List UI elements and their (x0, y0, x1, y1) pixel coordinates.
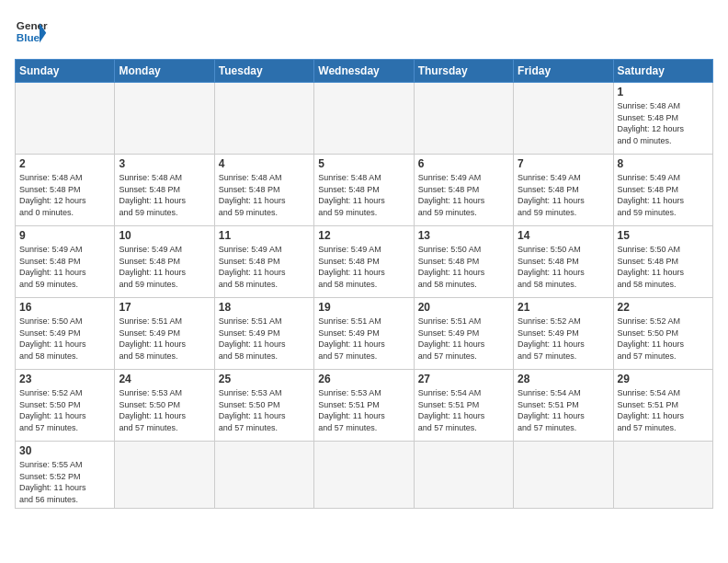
day-of-week-header: Sunday (16, 60, 115, 83)
calendar-table: SundayMondayTuesdayWednesdayThursdayFrid… (15, 59, 713, 509)
day-info: Sunrise: 5:48 AM Sunset: 5:48 PM Dayligh… (618, 100, 709, 146)
calendar-cell (115, 442, 214, 509)
day-number: 18 (219, 301, 310, 314)
day-number: 15 (618, 229, 709, 242)
day-number: 22 (618, 301, 709, 314)
calendar-week-row: 2Sunrise: 5:48 AM Sunset: 5:48 PM Daylig… (16, 155, 713, 226)
day-number: 4 (219, 157, 310, 170)
day-number: 27 (418, 373, 509, 385)
logo: General Blue (15, 15, 48, 48)
calendar-cell: 26Sunrise: 5:53 AM Sunset: 5:51 PM Dayli… (314, 370, 414, 442)
calendar-cell: 18Sunrise: 5:51 AM Sunset: 5:49 PM Dayli… (214, 298, 313, 370)
day-info: Sunrise: 5:52 AM Sunset: 5:49 PM Dayligh… (518, 316, 609, 362)
day-info: Sunrise: 5:55 AM Sunset: 5:52 PM Dayligh… (19, 459, 110, 505)
days-header-row: SundayMondayTuesdayWednesdayThursdayFrid… (16, 60, 713, 83)
calendar-cell: 23Sunrise: 5:52 AM Sunset: 5:50 PM Dayli… (16, 370, 115, 442)
calendar-cell: 22Sunrise: 5:52 AM Sunset: 5:50 PM Dayli… (613, 298, 712, 370)
calendar-cell: 30Sunrise: 5:55 AM Sunset: 5:52 PM Dayli… (16, 442, 115, 509)
calendar-cell: 17Sunrise: 5:51 AM Sunset: 5:49 PM Dayli… (115, 298, 214, 370)
day-number: 11 (219, 229, 310, 242)
day-number: 14 (518, 229, 609, 242)
day-info: Sunrise: 5:52 AM Sunset: 5:50 PM Dayligh… (618, 316, 709, 362)
day-number: 30 (19, 444, 110, 457)
day-info: Sunrise: 5:50 AM Sunset: 5:48 PM Dayligh… (618, 244, 709, 290)
day-of-week-header: Tuesday (214, 60, 313, 83)
calendar-cell: 9Sunrise: 5:49 AM Sunset: 5:48 PM Daylig… (16, 226, 115, 298)
calendar-cell (115, 83, 214, 155)
calendar-cell: 25Sunrise: 5:53 AM Sunset: 5:50 PM Dayli… (214, 370, 313, 442)
calendar-cell (514, 442, 613, 509)
day-info: Sunrise: 5:51 AM Sunset: 5:49 PM Dayligh… (418, 316, 509, 362)
calendar-cell: 16Sunrise: 5:50 AM Sunset: 5:49 PM Dayli… (16, 298, 115, 370)
day-number: 17 (119, 301, 210, 314)
day-info: Sunrise: 5:51 AM Sunset: 5:49 PM Dayligh… (119, 316, 210, 362)
day-number: 2 (19, 157, 110, 170)
day-number: 16 (19, 301, 110, 314)
calendar-cell: 4Sunrise: 5:48 AM Sunset: 5:48 PM Daylig… (214, 155, 313, 226)
day-info: Sunrise: 5:49 AM Sunset: 5:48 PM Dayligh… (518, 172, 609, 218)
calendar-cell: 8Sunrise: 5:49 AM Sunset: 5:48 PM Daylig… (613, 155, 712, 226)
calendar-cell (514, 83, 613, 155)
calendar-week-row: 1Sunrise: 5:48 AM Sunset: 5:48 PM Daylig… (16, 83, 713, 155)
calendar-week-row: 9Sunrise: 5:49 AM Sunset: 5:48 PM Daylig… (16, 226, 713, 298)
calendar-cell: 10Sunrise: 5:49 AM Sunset: 5:48 PM Dayli… (115, 226, 214, 298)
day-info: Sunrise: 5:49 AM Sunset: 5:48 PM Dayligh… (618, 172, 709, 218)
day-info: Sunrise: 5:49 AM Sunset: 5:48 PM Dayligh… (318, 244, 409, 290)
day-number: 24 (119, 373, 210, 385)
calendar-cell (214, 442, 313, 509)
day-info: Sunrise: 5:48 AM Sunset: 5:48 PM Dayligh… (119, 172, 210, 218)
day-info: Sunrise: 5:50 AM Sunset: 5:48 PM Dayligh… (418, 244, 509, 290)
day-number: 3 (119, 157, 210, 170)
day-number: 20 (418, 301, 509, 314)
calendar-cell: 13Sunrise: 5:50 AM Sunset: 5:48 PM Dayli… (414, 226, 513, 298)
day-info: Sunrise: 5:54 AM Sunset: 5:51 PM Dayligh… (618, 387, 709, 433)
day-number: 10 (119, 229, 210, 242)
calendar-cell: 11Sunrise: 5:49 AM Sunset: 5:48 PM Dayli… (214, 226, 313, 298)
day-of-week-header: Friday (514, 60, 613, 83)
calendar-cell: 5Sunrise: 5:48 AM Sunset: 5:48 PM Daylig… (314, 155, 414, 226)
day-number: 19 (318, 301, 409, 314)
day-info: Sunrise: 5:49 AM Sunset: 5:48 PM Dayligh… (219, 244, 310, 290)
calendar-body: 1Sunrise: 5:48 AM Sunset: 5:48 PM Daylig… (16, 83, 713, 509)
day-info: Sunrise: 5:51 AM Sunset: 5:49 PM Dayligh… (318, 316, 409, 362)
day-info: Sunrise: 5:48 AM Sunset: 5:48 PM Dayligh… (318, 172, 409, 218)
day-of-week-header: Wednesday (314, 60, 414, 83)
day-of-week-header: Saturday (613, 60, 712, 83)
calendar-cell: 6Sunrise: 5:49 AM Sunset: 5:48 PM Daylig… (414, 155, 513, 226)
day-info: Sunrise: 5:54 AM Sunset: 5:51 PM Dayligh… (518, 387, 609, 433)
calendar-cell: 28Sunrise: 5:54 AM Sunset: 5:51 PM Dayli… (514, 370, 613, 442)
calendar-cell: 3Sunrise: 5:48 AM Sunset: 5:48 PM Daylig… (115, 155, 214, 226)
day-number: 12 (318, 229, 409, 242)
day-info: Sunrise: 5:49 AM Sunset: 5:48 PM Dayligh… (418, 172, 509, 218)
calendar-cell: 21Sunrise: 5:52 AM Sunset: 5:49 PM Dayli… (514, 298, 613, 370)
calendar-cell: 15Sunrise: 5:50 AM Sunset: 5:48 PM Dayli… (613, 226, 712, 298)
day-number: 25 (219, 373, 310, 385)
calendar-cell: 14Sunrise: 5:50 AM Sunset: 5:48 PM Dayli… (514, 226, 613, 298)
day-info: Sunrise: 5:53 AM Sunset: 5:50 PM Dayligh… (219, 387, 310, 433)
day-number: 5 (318, 157, 409, 170)
calendar-cell: 12Sunrise: 5:49 AM Sunset: 5:48 PM Dayli… (314, 226, 414, 298)
calendar-cell (314, 83, 414, 155)
day-number: 23 (19, 373, 110, 385)
calendar-cell (414, 83, 513, 155)
day-of-week-header: Thursday (414, 60, 513, 83)
calendar-cell: 2Sunrise: 5:48 AM Sunset: 5:48 PM Daylig… (16, 155, 115, 226)
svg-text:Blue: Blue (17, 31, 40, 43)
day-info: Sunrise: 5:50 AM Sunset: 5:49 PM Dayligh… (19, 316, 110, 362)
calendar-cell: 19Sunrise: 5:51 AM Sunset: 5:49 PM Dayli… (314, 298, 414, 370)
day-number: 6 (418, 157, 509, 170)
calendar-header: SundayMondayTuesdayWednesdayThursdayFrid… (16, 60, 713, 83)
calendar-week-row: 16Sunrise: 5:50 AM Sunset: 5:49 PM Dayli… (16, 298, 713, 370)
calendar-cell: 20Sunrise: 5:51 AM Sunset: 5:49 PM Dayli… (414, 298, 513, 370)
logo-svg: General Blue (15, 15, 48, 48)
day-number: 1 (618, 86, 709, 98)
calendar-cell (214, 83, 313, 155)
calendar-cell (613, 442, 712, 509)
day-info: Sunrise: 5:53 AM Sunset: 5:50 PM Dayligh… (119, 387, 210, 433)
day-info: Sunrise: 5:52 AM Sunset: 5:50 PM Dayligh… (19, 387, 110, 433)
day-info: Sunrise: 5:49 AM Sunset: 5:48 PM Dayligh… (19, 244, 110, 290)
day-number: 13 (418, 229, 509, 242)
calendar-week-row: 23Sunrise: 5:52 AM Sunset: 5:50 PM Dayli… (16, 370, 713, 442)
day-info: Sunrise: 5:54 AM Sunset: 5:51 PM Dayligh… (418, 387, 509, 433)
calendar-cell: 29Sunrise: 5:54 AM Sunset: 5:51 PM Dayli… (613, 370, 712, 442)
